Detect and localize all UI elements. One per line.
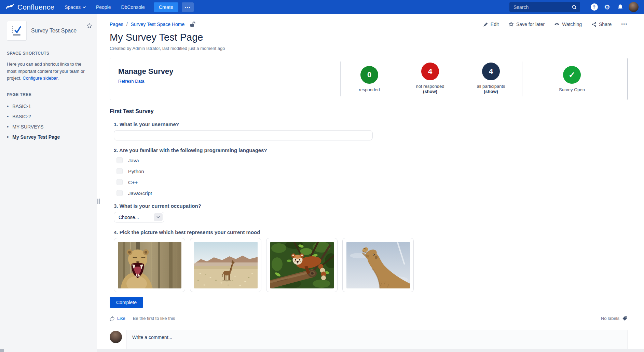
select-value: Choose... bbox=[119, 215, 154, 220]
search-input[interactable] bbox=[513, 4, 572, 10]
sidebar-item-basic-1[interactable]: •BASIC-1 bbox=[7, 101, 97, 111]
notifications-button[interactable] bbox=[615, 2, 625, 12]
checkbox-python[interactable] bbox=[117, 168, 123, 174]
complete-button[interactable]: Complete bbox=[110, 297, 143, 308]
unlock-icon bbox=[189, 21, 195, 27]
share-button[interactable]: Share bbox=[591, 22, 612, 27]
gear-icon: ⚙ bbox=[604, 4, 610, 11]
checkbox-javascript[interactable] bbox=[117, 190, 123, 196]
create-button[interactable]: Create bbox=[154, 2, 178, 12]
option-row-python: Python bbox=[117, 168, 628, 174]
red-panda-photo bbox=[270, 242, 334, 288]
watching-button[interactable]: Watching bbox=[554, 22, 582, 27]
mood-image-red-panda[interactable] bbox=[266, 238, 338, 292]
sidebar-item-my-surveys[interactable]: •MY-SURVEYS bbox=[7, 122, 97, 132]
horizontal-scrollbar[interactable] bbox=[97, 349, 644, 352]
favorite-space-button[interactable] bbox=[86, 23, 92, 30]
page-content: Pages / Survey Test Space Home Edit Save… bbox=[97, 14, 644, 352]
page-actions: Edit Save for later Watching Share bbox=[483, 22, 628, 27]
star-outline-icon bbox=[508, 22, 514, 27]
occupation-select[interactable]: Choose... bbox=[114, 212, 164, 222]
star-outline-icon bbox=[86, 23, 92, 29]
app-body: Survey Test Space SPACE SHORTCUTS Here y… bbox=[0, 14, 644, 352]
breadcrumb-space-home-link[interactable]: Survey Test Space Home bbox=[131, 22, 185, 27]
bullet-icon: • bbox=[7, 115, 9, 118]
page-tree: •BASIC-1 •BASIC-2 •MY-SURVEYS •My Survey… bbox=[7, 101, 97, 142]
question-2-label: 2. Are you familiar with the following p… bbox=[114, 147, 628, 153]
mood-image-options bbox=[114, 238, 628, 292]
stat-label: Survey Open bbox=[545, 87, 599, 92]
space-logo[interactable] bbox=[7, 21, 27, 41]
all-participants-count-badge: 4 bbox=[482, 63, 500, 80]
search-box[interactable] bbox=[509, 2, 580, 12]
language-checkbox-group: Java Python C++ JavaScript bbox=[117, 157, 628, 196]
nav-spaces[interactable]: Spaces bbox=[65, 4, 86, 10]
mood-image-camel[interactable] bbox=[342, 238, 414, 292]
chevron-down-icon bbox=[156, 216, 160, 218]
checkbox-cpp[interactable] bbox=[117, 179, 123, 185]
edit-button[interactable]: Edit bbox=[483, 22, 499, 27]
sidebar-item-my-survey-test-page[interactable]: •My Survey Test Page bbox=[7, 132, 97, 142]
refresh-data-link[interactable]: Refresh Data bbox=[118, 79, 145, 84]
option-label: Python bbox=[128, 168, 144, 174]
mood-image-giraffe[interactable] bbox=[190, 238, 261, 292]
manage-survey-panel: Manage Survey Refresh Data 0 responded 4… bbox=[110, 58, 628, 100]
breadcrumb-pages-link[interactable]: Pages bbox=[110, 22, 123, 27]
option-row-javascript: JavaScript bbox=[117, 190, 628, 196]
like-button[interactable]: Like bbox=[117, 316, 125, 321]
save-for-later-button[interactable]: Save for later bbox=[508, 22, 545, 27]
top-navigation: Confluence Spaces People DbConsole Creat… bbox=[0, 0, 644, 14]
checkbox-java[interactable] bbox=[117, 157, 123, 163]
eye-icon bbox=[554, 22, 560, 27]
confluence-home-link[interactable]: Confluence bbox=[5, 3, 54, 11]
username-input[interactable] bbox=[114, 130, 373, 140]
nav-dbconsole[interactable]: DbConsole bbox=[121, 4, 145, 10]
confluence-logo-icon bbox=[5, 3, 14, 11]
bullet-icon: • bbox=[7, 105, 9, 108]
configure-sidebar-link[interactable]: Configure sidebar. bbox=[23, 76, 59, 81]
bullet-icon: • bbox=[7, 135, 9, 139]
survey-title: First Test Survey bbox=[110, 108, 628, 114]
labels-text: No labels bbox=[601, 316, 619, 321]
manage-survey-title: Manage Survey bbox=[118, 67, 173, 76]
labels-button[interactable]: No labels bbox=[601, 315, 628, 321]
stat-label: all participants bbox=[464, 84, 518, 89]
select-chevron-button[interactable] bbox=[154, 213, 163, 221]
page-more-button[interactable]: ••• bbox=[621, 22, 628, 27]
checklist-icon bbox=[11, 25, 23, 37]
tag-icon bbox=[622, 315, 628, 321]
not-responded-count-badge: 4 bbox=[421, 63, 439, 80]
question-1-label: 1. What is your username? bbox=[114, 121, 628, 127]
page-title: My Survey Test Page bbox=[110, 32, 628, 43]
search-icon bbox=[572, 4, 577, 10]
scrollbar-corner bbox=[0, 349, 4, 352]
space-shortcuts-heading: SPACE SHORTCUTS bbox=[7, 51, 90, 56]
nav-people[interactable]: People bbox=[96, 4, 111, 10]
thumbs-up-icon[interactable] bbox=[110, 316, 115, 321]
nav-more-button[interactable]: ••• bbox=[182, 2, 194, 12]
current-user-avatar bbox=[110, 331, 122, 343]
option-row-cpp: C++ bbox=[117, 179, 628, 185]
breadcrumb: Pages / Survey Test Space Home Edit Save… bbox=[110, 21, 628, 27]
survey-open-check-icon: ✓ bbox=[563, 66, 581, 84]
stat-responded: 0 responded bbox=[342, 66, 397, 92]
sidebar-item-basic-2[interactable]: •BASIC-2 bbox=[7, 111, 97, 122]
stat-label: not responded bbox=[403, 84, 457, 89]
show-not-responded-link[interactable]: (show) bbox=[403, 89, 457, 94]
help-button[interactable]: ? bbox=[589, 2, 599, 12]
show-all-participants-link[interactable]: (show) bbox=[464, 89, 518, 94]
stat-all-participants: 4 all participants (show) bbox=[464, 63, 518, 94]
restrictions-button[interactable] bbox=[189, 21, 195, 27]
stat-survey-open: ✓ Survey Open bbox=[545, 66, 599, 92]
mood-image-roaring-lion[interactable] bbox=[114, 238, 185, 292]
user-avatar[interactable] bbox=[629, 2, 639, 12]
responded-count-badge: 0 bbox=[360, 66, 378, 84]
space-header: Survey Test Space bbox=[0, 14, 97, 41]
space-name-link[interactable]: Survey Test Space bbox=[31, 28, 77, 34]
settings-button[interactable]: ⚙ bbox=[602, 2, 612, 12]
option-label: JavaScript bbox=[128, 190, 152, 196]
sidebar-resize-handle[interactable] bbox=[97, 199, 100, 204]
stat-label: responded bbox=[342, 87, 397, 92]
option-row-java: Java bbox=[117, 157, 628, 163]
stat-not-responded: 4 not responded (show) bbox=[403, 63, 457, 94]
